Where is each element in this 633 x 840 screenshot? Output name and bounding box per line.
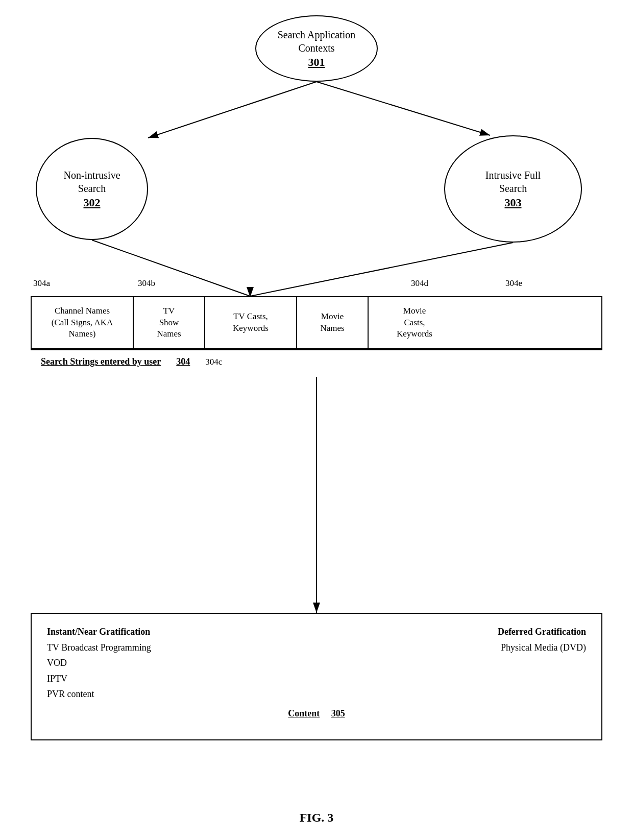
left-ellipse: Non-intrusive Search 302 [36,138,148,240]
content-left: Instant/Near Gratification TV Broadcast … [47,624,151,702]
top-ellipse-title: Search Application Contexts [278,28,356,55]
ref-label-304b: 304b [138,278,155,289]
box-movie-names: MovieNames [297,297,369,348]
box-movie-casts: MovieCasts,Keywords [369,297,460,348]
content-box: Instant/Near Gratification TV Broadcast … [31,613,602,740]
top-ellipse: Search Application Contexts 301 [255,15,378,82]
ref-label-304d: 304d [411,278,428,289]
content-left-item-4: PVR content [47,686,151,702]
right-ellipse-title: Intrusive Full Search [485,169,541,195]
search-strings-row: Search Strings entered by user 304 304c [31,349,602,373]
search-strings-ref: 304 [176,356,190,367]
right-ellipse-number: 303 [505,196,522,209]
deferred-gratification-title: Deferred Gratification [498,624,586,640]
ref-label-304e: 304e [505,278,522,289]
boxes-row: Channel Names(Call Signs, AKANames) TVSh… [31,296,602,349]
search-strings-label: Search Strings entered by user [41,356,161,367]
content-left-item-2: VOD [47,655,151,671]
svg-line-4 [92,240,250,296]
diagram-container: Search Application Contexts 301 Non-intr… [0,0,633,840]
figure-caption: FIG. 3 [0,811,633,825]
content-right-item-1: Physical Media (DVD) [498,640,586,656]
svg-line-5 [250,243,513,296]
box-tv-casts: TV Casts,Keywords [205,297,297,348]
search-strings-sub: 304c [205,357,222,367]
instant-gratification-title: Instant/Near Gratification [47,624,151,640]
content-left-item-3: IPTV [47,671,151,687]
right-ellipse: Intrusive Full Search 303 [444,135,582,243]
ref-label-304a: 304a [33,278,50,289]
content-label: Content [288,708,320,718]
left-ellipse-title: Non-intrusive Search [63,169,120,195]
top-ellipse-number: 301 [308,56,325,69]
content-left-item-1: TV Broadcast Programming [47,640,151,656]
left-ellipse-number: 302 [84,196,101,209]
svg-line-3 [316,82,490,135]
content-footer: Content 305 [47,708,586,719]
content-inner: Instant/Near Gratification TV Broadcast … [47,624,586,702]
boxes-section: Channel Names(Call Signs, AKANames) TVSh… [31,296,602,373]
box-tv-show-names: TVShowNames [134,297,205,348]
box-channel-names: Channel Names(Call Signs, AKANames) [32,297,134,348]
svg-line-2 [148,82,316,138]
content-right: Deferred Gratification Physical Media (D… [498,624,586,702]
content-number: 305 [331,708,345,718]
